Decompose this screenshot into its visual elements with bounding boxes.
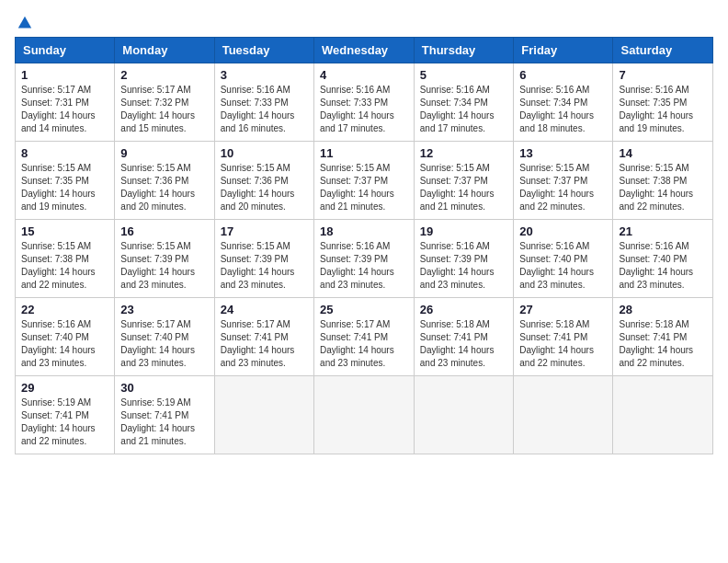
calendar-cell: 17Sunrise: 5:15 AMSunset: 7:39 PMDayligh… [214,220,313,298]
day-info: Sunrise: 5:16 AMSunset: 7:33 PMDaylight:… [221,84,308,135]
calendar-cell: 8Sunrise: 5:15 AMSunset: 7:35 PMDaylight… [16,142,115,220]
day-info: Sunrise: 5:17 AMSunset: 7:41 PMDaylight:… [221,318,308,370]
day-info: Sunrise: 5:15 AMSunset: 7:35 PMDaylight:… [21,162,108,213]
calendar-cell: 29Sunrise: 5:19 AMSunset: 7:41 PMDayligh… [16,376,115,454]
day-info: Sunrise: 5:15 AMSunset: 7:37 PMDaylight:… [320,162,408,213]
weekday-header: Friday [514,38,613,63]
day-info: Sunrise: 5:16 AMSunset: 7:34 PMDaylight:… [519,84,607,135]
day-number: 11 [320,146,408,160]
day-info: Sunrise: 5:17 AMSunset: 7:40 PMDaylight:… [120,318,208,370]
table-row: 22Sunrise: 5:16 AMSunset: 7:40 PMDayligh… [16,298,713,376]
calendar-table: SundayMondayTuesdayWednesdayThursdayFrid… [15,37,713,454]
day-info: Sunrise: 5:16 AMSunset: 7:39 PMDaylight:… [420,240,508,292]
calendar-header-row: SundayMondayTuesdayWednesdayThursdayFrid… [16,38,713,63]
calendar-cell: 7Sunrise: 5:16 AMSunset: 7:35 PMDaylight… [613,63,713,142]
day-info: Sunrise: 5:16 AMSunset: 7:35 PMDaylight:… [619,84,707,135]
day-info: Sunrise: 5:17 AMSunset: 7:41 PMDaylight:… [320,318,408,370]
day-number: 14 [619,146,707,160]
calendar-cell: 28Sunrise: 5:18 AMSunset: 7:41 PMDayligh… [613,298,713,376]
table-row: 15Sunrise: 5:15 AMSunset: 7:38 PMDayligh… [16,220,713,298]
calendar-cell: 26Sunrise: 5:18 AMSunset: 7:41 PMDayligh… [414,298,514,376]
day-number: 5 [420,68,508,82]
day-number: 20 [519,224,607,238]
day-number: 16 [120,224,208,238]
svg-marker-0 [18,17,31,29]
calendar-cell: 4Sunrise: 5:16 AMSunset: 7:33 PMDaylight… [314,63,415,142]
calendar-cell: 30Sunrise: 5:19 AMSunset: 7:41 PMDayligh… [115,376,214,454]
weekday-header: Saturday [613,38,713,63]
calendar-cell: 23Sunrise: 5:17 AMSunset: 7:40 PMDayligh… [115,298,214,376]
calendar-cell: 25Sunrise: 5:17 AMSunset: 7:41 PMDayligh… [314,298,415,376]
day-info: Sunrise: 5:16 AMSunset: 7:40 PMDaylight:… [619,240,707,292]
day-info: Sunrise: 5:17 AMSunset: 7:31 PMDaylight:… [21,84,108,135]
day-number: 4 [320,68,408,82]
day-number: 13 [519,146,607,160]
day-info: Sunrise: 5:15 AMSunset: 7:38 PMDaylight:… [21,240,108,292]
weekday-header: Wednesday [314,38,415,63]
calendar-cell: 6Sunrise: 5:16 AMSunset: 7:34 PMDaylight… [514,63,613,142]
day-number: 15 [21,224,108,238]
day-number: 29 [21,381,108,395]
calendar-cell [514,376,613,454]
day-info: Sunrise: 5:17 AMSunset: 7:32 PMDaylight:… [120,84,208,135]
day-number: 12 [420,146,508,160]
day-number: 2 [120,68,208,82]
day-info: Sunrise: 5:18 AMSunset: 7:41 PMDaylight:… [519,318,607,370]
day-number: 3 [221,68,308,82]
day-number: 27 [519,303,607,316]
calendar-cell: 19Sunrise: 5:16 AMSunset: 7:39 PMDayligh… [414,220,514,298]
calendar-cell: 15Sunrise: 5:15 AMSunset: 7:38 PMDayligh… [16,220,115,298]
weekday-header: Tuesday [214,38,313,63]
calendar-cell: 27Sunrise: 5:18 AMSunset: 7:41 PMDayligh… [514,298,613,376]
day-number: 1 [21,68,108,82]
calendar-cell: 18Sunrise: 5:16 AMSunset: 7:39 PMDayligh… [314,220,415,298]
calendar-cell: 3Sunrise: 5:16 AMSunset: 7:33 PMDaylight… [214,63,313,142]
calendar-cell: 2Sunrise: 5:17 AMSunset: 7:32 PMDaylight… [115,63,214,142]
day-info: Sunrise: 5:16 AMSunset: 7:40 PMDaylight:… [21,318,108,370]
calendar-cell: 21Sunrise: 5:16 AMSunset: 7:40 PMDayligh… [613,220,713,298]
day-info: Sunrise: 5:15 AMSunset: 7:39 PMDaylight:… [120,240,208,292]
weekday-header: Monday [115,38,214,63]
table-row: 8Sunrise: 5:15 AMSunset: 7:35 PMDaylight… [16,142,713,220]
calendar-cell: 20Sunrise: 5:16 AMSunset: 7:40 PMDayligh… [514,220,613,298]
day-number: 18 [320,224,408,238]
calendar-cell: 13Sunrise: 5:15 AMSunset: 7:37 PMDayligh… [514,142,613,220]
calendar-cell: 11Sunrise: 5:15 AMSunset: 7:37 PMDayligh… [314,142,415,220]
table-row: 1Sunrise: 5:17 AMSunset: 7:31 PMDaylight… [16,63,713,142]
day-number: 6 [519,68,607,82]
day-number: 23 [120,303,208,316]
day-number: 19 [420,224,508,238]
day-number: 26 [420,303,508,316]
calendar-cell: 9Sunrise: 5:15 AMSunset: 7:36 PMDaylight… [115,142,214,220]
day-info: Sunrise: 5:15 AMSunset: 7:38 PMDaylight:… [619,162,707,213]
calendar-cell: 14Sunrise: 5:15 AMSunset: 7:38 PMDayligh… [613,142,713,220]
calendar-cell [314,376,415,454]
day-info: Sunrise: 5:19 AMSunset: 7:41 PMDaylight:… [21,396,108,448]
day-info: Sunrise: 5:16 AMSunset: 7:34 PMDaylight:… [420,84,508,135]
day-number: 28 [619,303,707,316]
calendar-cell: 5Sunrise: 5:16 AMSunset: 7:34 PMDaylight… [414,63,514,142]
calendar-cell: 24Sunrise: 5:17 AMSunset: 7:41 PMDayligh… [214,298,313,376]
day-info: Sunrise: 5:16 AMSunset: 7:40 PMDaylight:… [519,240,607,292]
day-info: Sunrise: 5:16 AMSunset: 7:33 PMDaylight:… [320,84,408,135]
day-number: 17 [221,224,308,238]
day-number: 22 [21,303,108,316]
day-info: Sunrise: 5:15 AMSunset: 7:37 PMDaylight:… [420,162,508,213]
page-header [15,15,713,28]
logo [15,15,33,28]
calendar-cell: 22Sunrise: 5:16 AMSunset: 7:40 PMDayligh… [16,298,115,376]
day-number: 30 [120,381,208,395]
calendar-cell: 10Sunrise: 5:15 AMSunset: 7:36 PMDayligh… [214,142,313,220]
day-info: Sunrise: 5:15 AMSunset: 7:37 PMDaylight:… [519,162,607,213]
day-number: 10 [221,146,308,160]
day-info: Sunrise: 5:15 AMSunset: 7:36 PMDaylight:… [221,162,308,213]
weekday-header: Sunday [16,38,115,63]
calendar-cell [613,376,713,454]
day-number: 25 [320,303,408,316]
calendar-cell [214,376,313,454]
calendar-cell [414,376,514,454]
day-info: Sunrise: 5:19 AMSunset: 7:41 PMDaylight:… [120,396,208,448]
day-info: Sunrise: 5:18 AMSunset: 7:41 PMDaylight:… [420,318,508,370]
weekday-header: Thursday [414,38,514,63]
day-info: Sunrise: 5:16 AMSunset: 7:39 PMDaylight:… [320,240,408,292]
